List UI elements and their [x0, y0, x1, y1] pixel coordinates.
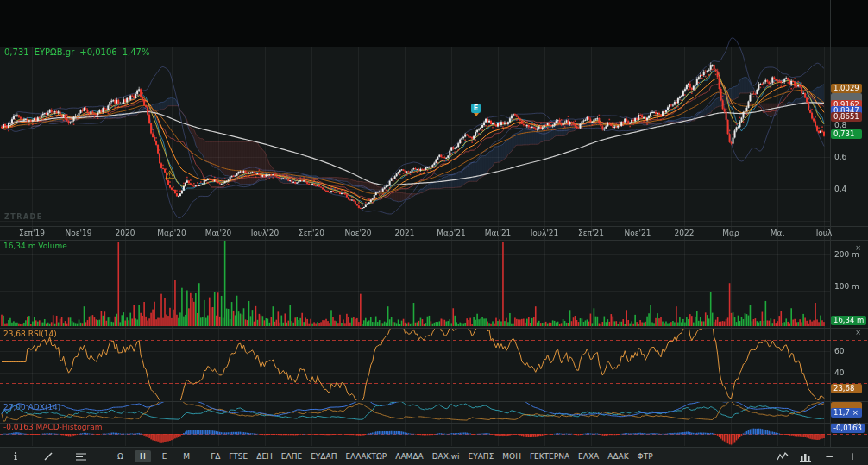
- time-axis-label: Μαι'20: [205, 229, 232, 237]
- timeframe-button-Ω[interactable]: Ω: [112, 450, 129, 462]
- rsi-axis-tick: 60: [834, 347, 844, 355]
- price-axis-badge: 0,8651: [831, 112, 862, 122]
- close-macd-pane-button[interactable]: ×: [853, 421, 863, 430]
- time-axis-label: Μαρ: [722, 229, 739, 237]
- volume-axis-tick: 100 m: [834, 282, 859, 291]
- time-axis-label: Νοε'20: [344, 229, 371, 237]
- volume-pane-label: 16,34 m Volume: [3, 242, 67, 250]
- symbol-tab-ΕΥΔΑΠ[interactable]: ΕΥΔΑΠ: [311, 452, 337, 461]
- timeframe-button-Μ[interactable]: Μ: [178, 450, 195, 462]
- trading-chart-app: 0,731 ΕΥΡΩΒ.gr +0,0106 1,47% ZTRADE 16,3…: [0, 0, 868, 465]
- time-axis-label: Ιουλ'21: [531, 229, 559, 237]
- symbol-tab-DAX.wi[interactable]: DAX.wi: [432, 452, 460, 461]
- symbol-tab-ΓΔ[interactable]: ΓΔ: [211, 452, 220, 461]
- price-axis-badge: 1,0029: [831, 84, 862, 93]
- volume-value-badge: 16,34 m: [831, 316, 866, 325]
- time-axis-label: 2022: [675, 229, 695, 237]
- time-axis-label: Νοε'21: [624, 229, 651, 237]
- toolbar-timeframes: ΩΗΕΜ: [112, 450, 195, 462]
- ticker-change-pct: 1,47%: [123, 47, 150, 57]
- time-axis-label: Ιουλ'20: [251, 229, 280, 237]
- histogram-icon[interactable]: [799, 450, 813, 462]
- toolbar-right-icons: −+: [776, 450, 859, 462]
- warning-marker[interactable]: ⚠: [165, 169, 175, 180]
- zoom-in-icon[interactable]: +: [846, 450, 859, 462]
- time-axis-label: Μαρ'21: [437, 229, 465, 237]
- macd-pane-label: -0,0163 MACD-Histogram: [3, 423, 103, 431]
- rsi-axis-tick: 40: [834, 368, 844, 377]
- time-axis-label: 2021: [395, 229, 415, 237]
- ticker-symbol: ΕΥΡΩΒ.gr: [35, 47, 75, 57]
- price-axis-tick: 0,4: [834, 185, 846, 193]
- time-axis-label: Μαι: [771, 229, 785, 237]
- ticker-last-price: 0,731: [4, 47, 29, 57]
- time-axis-label: 2020: [116, 229, 135, 237]
- symbol-tab-ΕΛΧΑ[interactable]: ΕΛΧΑ: [578, 452, 599, 461]
- zoom-out-icon[interactable]: −: [822, 450, 836, 462]
- price-axis-badge: 0,731: [831, 129, 862, 139]
- info-icon[interactable]: i: [9, 450, 22, 462]
- adx-value-badge: 11,7 ×: [831, 408, 862, 418]
- time-axis-label: Μαι'21: [485, 229, 512, 237]
- event-flag-marker[interactable]: E: [471, 104, 481, 113]
- draw-tool-icon[interactable]: [41, 450, 55, 462]
- symbol-tab-FTSE[interactable]: FTSE: [229, 452, 248, 461]
- price-axis-tick: 0,8: [834, 121, 846, 129]
- ticker-info: 0,731 ΕΥΡΩΒ.gr +0,0106 1,47%: [4, 47, 149, 57]
- symbol-tab-ΑΔΑΚ[interactable]: ΑΔΑΚ: [607, 452, 628, 461]
- timeframe-button-Η[interactable]: Η: [135, 450, 151, 462]
- time-axis-label: Μαρ'20: [157, 229, 186, 237]
- price-axis-tick: 0,6: [834, 153, 846, 161]
- svg-text:i: i: [14, 451, 17, 462]
- symbol-tab-ΦΤΡ[interactable]: ΦΤΡ: [638, 452, 653, 461]
- ticker-change: +0,0106: [79, 47, 116, 57]
- adx-pane-label: 27,00 ADX(14): [3, 403, 60, 412]
- symbol-tab-ΔΕΗ[interactable]: ΔΕΗ: [256, 452, 273, 461]
- symbol-tab-ΕΛΠΕ[interactable]: ΕΛΠΕ: [281, 452, 302, 461]
- close-volume-pane-button[interactable]: ×: [853, 244, 863, 253]
- time-axis-label: Σεπ'20: [299, 229, 324, 237]
- bottom-toolbar: i ΩΗΕΜ ΓΔFTSEΔΕΗΕΛΠΕΕΥΔΑΠΕΛΛΑΚΤΩΡΛΑΜΔΑDA…: [0, 447, 868, 465]
- toolbar-symbol-list: ΓΔFTSEΔΕΗΕΛΠΕΕΥΔΑΠΕΛΛΑΚΤΩΡΛΑΜΔΑDAX.wiΕΥΑ…: [211, 452, 653, 461]
- time-axis-label: Νοε'19: [65, 229, 91, 237]
- symbol-tab-ΕΥΑΠΣ[interactable]: ΕΥΑΠΣ: [469, 452, 494, 461]
- rsi-pane-label: 23,68 RSI(14): [3, 330, 57, 338]
- line-chart-icon[interactable]: [776, 450, 789, 462]
- time-axis-label: Σεπ'21: [578, 229, 604, 237]
- time-axis-label: Ιουλ: [816, 229, 833, 237]
- rsi-value-badge: 23,68: [831, 384, 862, 393]
- symbol-tab-ΛΑΜΔΑ[interactable]: ΛΑΜΔΑ: [395, 452, 423, 461]
- toolbar-left-icons: i: [9, 450, 88, 462]
- symbol-tab-ΓΕΚΤΕΡΝΑ[interactable]: ΓΕΚΤΕΡΝΑ: [530, 452, 569, 461]
- watermark: ZTRADE: [4, 213, 43, 221]
- chart-canvas[interactable]: [0, 0, 868, 447]
- indicators-list-icon[interactable]: [74, 450, 88, 462]
- time-axis-label: Σεπ'19: [19, 229, 45, 237]
- symbol-tab-ΜΟΗ[interactable]: ΜΟΗ: [502, 452, 521, 461]
- symbol-tab-ΕΛΛΑΚΤΩΡ[interactable]: ΕΛΛΑΚΤΩΡ: [345, 452, 387, 461]
- timeframe-button-Ε[interactable]: Ε: [157, 450, 173, 462]
- close-rsi-pane-button[interactable]: ×: [853, 329, 863, 337]
